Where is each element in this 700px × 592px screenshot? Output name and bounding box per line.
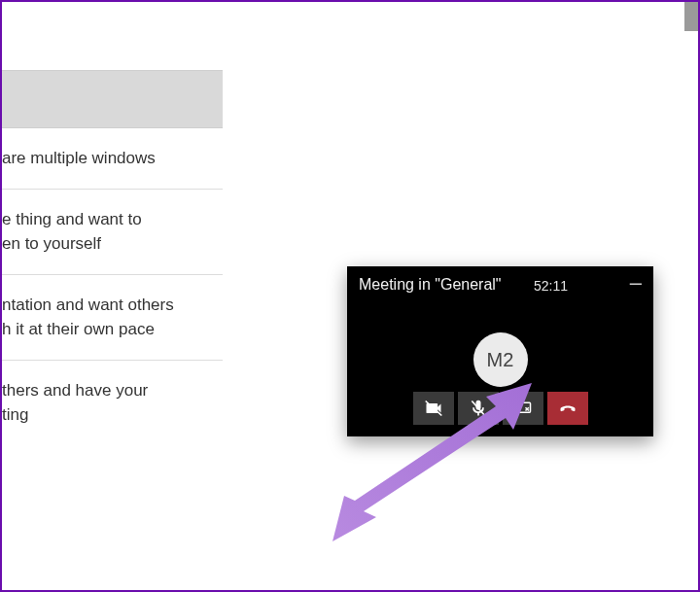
option-text: thers and have your xyxy=(2,381,148,400)
hangup-button[interactable] xyxy=(547,392,588,425)
hangup-icon xyxy=(558,399,578,418)
camera-off-icon xyxy=(424,399,443,418)
page-viewport: are multiple windows e thing and want to… xyxy=(0,0,700,592)
stop-share-icon xyxy=(513,399,533,418)
mic-off-icon xyxy=(469,399,488,418)
option-text: h it at their own pace xyxy=(2,320,155,338)
option-row: e thing and want to en to yourself xyxy=(2,190,223,275)
meeting-duration: 52:11 xyxy=(534,278,568,294)
option-text: en to yourself xyxy=(2,234,101,253)
minimize-icon[interactable]: – xyxy=(630,272,642,294)
call-controls xyxy=(413,392,588,425)
option-text: ntation and want others xyxy=(2,296,174,314)
participant-avatar: M2 xyxy=(473,332,528,387)
option-row: thers and have your ting xyxy=(2,361,223,445)
toggle-camera-button[interactable] xyxy=(413,392,454,425)
option-text: ting xyxy=(2,405,28,424)
option-text: e thing and want to xyxy=(2,210,142,228)
option-row: are multiple windows xyxy=(2,128,223,190)
meeting-pip-window[interactable]: Meeting in "General" 52:11 – M2 xyxy=(347,266,653,436)
scrollbar-thumb[interactable] xyxy=(684,2,698,31)
option-text: are multiple windows xyxy=(2,149,156,167)
stop-share-button[interactable] xyxy=(503,392,543,425)
column-header-empty xyxy=(2,70,223,128)
toggle-mic-button[interactable] xyxy=(458,392,499,425)
option-row: ntation and want others h it at their ow… xyxy=(2,275,223,361)
meeting-title: Meeting in "General" xyxy=(359,276,502,294)
options-column: are multiple windows e thing and want to… xyxy=(2,70,223,445)
avatar-initials: M2 xyxy=(487,349,514,371)
